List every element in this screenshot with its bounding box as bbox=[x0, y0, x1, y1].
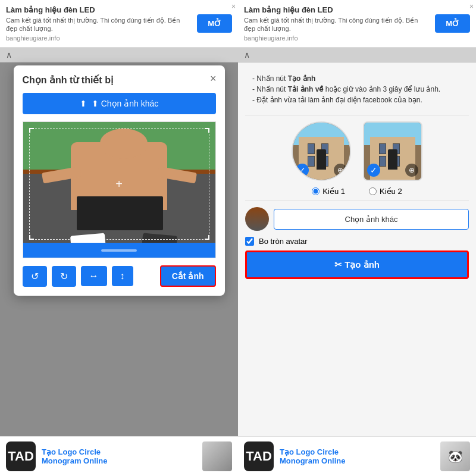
right-bottom-ad-line2: Monogram Online bbox=[280, 456, 346, 465]
right-kieu1-radio[interactable] bbox=[312, 187, 320, 195]
right-kieu-options-row: Kiều 1 Kiều 2 bbox=[245, 187, 469, 196]
right-avatar-option-2: ✓ ⊕ bbox=[363, 121, 422, 181]
upload-icon: ⬆ bbox=[80, 99, 87, 108]
right-avatar-square-2: ✓ ⊕ bbox=[363, 121, 422, 181]
right-avatar-check-2: ✓ bbox=[367, 164, 380, 177]
right-choose-other-button[interactable]: Chọn ảnh khác bbox=[274, 209, 469, 230]
right-instruction-line1: - Nhấn nút Tạo ảnh bbox=[252, 73, 462, 84]
crop-bottom-bar bbox=[23, 243, 215, 258]
right-avatar-zoom-1: ⊕ bbox=[334, 164, 347, 177]
crop-handle-br bbox=[205, 235, 209, 240]
right-small-avatar bbox=[245, 207, 269, 231]
right-divider-1 bbox=[245, 115, 469, 115]
right-ad-url: banghieugiare.info bbox=[244, 35, 430, 42]
left-bottom-ad-line1: Tạo Logo Circle bbox=[42, 447, 108, 456]
right-ad-close-icon[interactable]: × bbox=[469, 2, 474, 11]
right-bottom-ad-thumbnail: 🐼 bbox=[440, 441, 470, 471]
crop-handle-tl bbox=[29, 128, 34, 133]
left-modal-overlay: Chọn ảnh từ thiết bị × ⬆ ⬆ Chọn ảnh khác bbox=[0, 62, 238, 436]
crop-handle-tr bbox=[205, 128, 209, 133]
left-cat-anh-button[interactable]: Cắt ảnh bbox=[160, 265, 216, 287]
left-modal-box: Chọn ảnh từ thiết bị × ⬆ ⬆ Chọn ảnh khác bbox=[14, 65, 225, 296]
right-avatar-circle-1: ✓ ⊕ bbox=[292, 121, 351, 181]
left-ad-open-button[interactable]: MỞ bbox=[197, 14, 232, 33]
right-bo-tron-label: Bo tròn avatar bbox=[259, 237, 308, 246]
left-flip-v-button[interactable]: ↕ bbox=[112, 266, 133, 286]
right-ad-content: Làm bảng hiệu đèn LED Cam kết giá tốt nh… bbox=[244, 5, 435, 42]
right-tao-anh-button[interactable]: ✂ Tạo ảnh bbox=[245, 250, 469, 279]
right-bottom-ad-icon: TAD bbox=[244, 441, 274, 471]
right-bottom-ad-text: Tạo Logo Circle Monogram Online bbox=[280, 447, 346, 465]
left-redo-button[interactable]: ↻ bbox=[52, 266, 76, 287]
window-1 bbox=[308, 143, 315, 154]
left-bottom-ad-icon: TAD bbox=[6, 441, 36, 471]
right-divider-2 bbox=[245, 201, 469, 201]
left-ad-url: banghieugiare.info bbox=[6, 35, 192, 42]
left-ad-close-icon[interactable]: × bbox=[231, 2, 236, 11]
right-ad-desc: Cam kết giá tốt nhất thị trường. Thi côn… bbox=[244, 16, 430, 33]
right-ad-open-button[interactable]: MỞ bbox=[435, 14, 470, 33]
left-bottom-ad-line2: Monogram Online bbox=[42, 456, 108, 465]
right-kieu1-label[interactable]: Kiều 1 bbox=[312, 187, 345, 196]
left-ad-title: Làm bảng hiệu đèn LED bbox=[6, 5, 192, 14]
right-avatar-zoom-2: ⊕ bbox=[405, 164, 418, 177]
left-bottom-ad: TAD Tạo Logo Circle Monogram Online bbox=[0, 436, 238, 476]
right-instructions: - Nhấn nút Tạo ảnh - Nhấn nút Tải ảnh về… bbox=[245, 68, 469, 110]
left-panel: Làm bảng hiệu đèn LED Cam kết giá tốt nh… bbox=[0, 0, 238, 476]
right-kieu1-text: Kiều 1 bbox=[322, 187, 345, 196]
left-modal-title: Chọn ảnh từ thiết bị bbox=[23, 74, 216, 86]
person-silhouette-2 bbox=[388, 149, 397, 170]
left-crop-container[interactable]: + bbox=[23, 121, 216, 258]
right-avatar-options: ✓ ⊕ ✓ ⊕ bbox=[245, 121, 469, 181]
left-collapse-arrow-icon: ∧ bbox=[6, 50, 12, 60]
left-ad-banner: Làm bảng hiệu đèn LED Cam kết giá tốt nh… bbox=[0, 0, 238, 48]
right-avatar-option-1: ✓ ⊕ bbox=[292, 121, 351, 181]
left-choose-image-button[interactable]: ⬆ ⬆ Chọn ảnh khác bbox=[23, 93, 216, 114]
right-choose-other-row: Chọn ảnh khác bbox=[245, 207, 469, 231]
right-thumbnail-img: 🐼 bbox=[440, 441, 470, 471]
left-bottom-ad-thumbnail bbox=[202, 441, 232, 471]
right-collapse-arrow-icon: ∧ bbox=[244, 50, 250, 60]
left-choose-button-label: ⬆ Chọn ảnh khác bbox=[92, 99, 159, 108]
right-small-avatar-img bbox=[245, 207, 269, 231]
right-kieu2-radio[interactable] bbox=[369, 187, 377, 195]
crop-handle-bl bbox=[29, 235, 34, 240]
left-bottom-ad-text: Tạo Logo Circle Monogram Online bbox=[42, 447, 108, 465]
right-bottom-ad: TAD Tạo Logo Circle Monogram Online 🐼 bbox=[238, 436, 476, 476]
right-collapse-bar[interactable]: ∧ bbox=[238, 48, 476, 62]
window-3 bbox=[308, 156, 315, 167]
right-kieu2-text: Kiều 2 bbox=[380, 187, 402, 196]
left-collapse-bar[interactable]: ∧ bbox=[0, 48, 238, 62]
right-instruction-line2: - Nhấn nút Tải ảnh về hoặc giữ vào ảnh 3… bbox=[252, 84, 462, 95]
window-7 bbox=[379, 156, 386, 167]
right-panel: Làm bảng hiệu đèn LED Cam kết giá tốt nh… bbox=[238, 0, 476, 476]
right-ad-title: Làm bảng hiệu đèn LED bbox=[244, 5, 430, 14]
window-5 bbox=[379, 143, 386, 154]
crop-scroll-indicator bbox=[101, 249, 137, 252]
left-ad-content: Làm bảng hiệu đèn LED Cam kết giá tốt nh… bbox=[6, 5, 197, 42]
right-bottom-ad-line1: Tạo Logo Circle bbox=[280, 447, 346, 456]
left-flip-h-button[interactable]: ↔ bbox=[81, 266, 107, 286]
right-main-content: - Nhấn nút Tạo ảnh - Nhấn nút Tải ảnh về… bbox=[238, 62, 476, 436]
right-bo-tron-checkbox[interactable] bbox=[245, 237, 254, 246]
right-ad-banner: Làm bảng hiệu đèn LED Cam kết giá tốt nh… bbox=[238, 0, 476, 48]
left-action-buttons: ↺ ↻ ↔ ↕ Cắt ảnh bbox=[23, 265, 216, 287]
person-silhouette bbox=[317, 149, 325, 170]
right-checkbox-row: Bo tròn avatar bbox=[245, 237, 469, 246]
left-modal-close-icon[interactable]: × bbox=[210, 73, 217, 85]
right-avatar-check-1: ✓ bbox=[296, 164, 309, 177]
left-undo-button[interactable]: ↺ bbox=[23, 266, 47, 287]
left-crop-image bbox=[23, 122, 215, 258]
left-ad-desc: Cam kết giá tốt nhất thị trường. Thi côn… bbox=[6, 16, 192, 33]
right-instruction-line3: - Đặt ảnh vừa tải làm ảnh đại diện faceb… bbox=[252, 95, 462, 105]
right-kieu2-label[interactable]: Kiều 2 bbox=[369, 187, 402, 196]
